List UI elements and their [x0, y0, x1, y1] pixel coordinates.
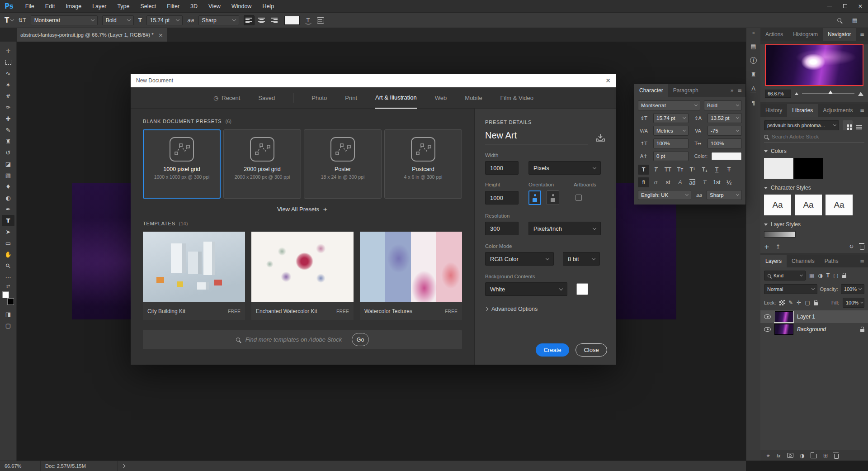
- anti-alias-select[interactable]: Sharp: [198, 15, 239, 25]
- type-color-swatch[interactable]: [711, 152, 742, 160]
- library-search[interactable]: Search Adobe Stock: [764, 134, 864, 143]
- zoom-slider-thumb[interactable]: [828, 90, 833, 94]
- char-size-select[interactable]: 15.74 pt: [653, 113, 689, 123]
- menu-window[interactable]: Window: [226, 3, 257, 10]
- character-style-sample[interactable]: Aa: [764, 195, 791, 215]
- screen-mode-button[interactable]: ▢: [2, 320, 14, 331]
- close-dialog-button[interactable]: Close: [576, 343, 607, 357]
- preset-card-postcard[interactable]: Postcard 4 x 6 in @ 300 ppi: [384, 129, 462, 199]
- language-select[interactable]: English: UK: [638, 190, 691, 200]
- height-input[interactable]: 1000: [485, 191, 519, 205]
- stylistic-alternates-button[interactable]: ad: [687, 177, 698, 187]
- grid-view-button[interactable]: [843, 120, 853, 130]
- new-adjustment-layer-icon[interactable]: ◑: [800, 452, 804, 459]
- resolution-unit-select[interactable]: Pixels/Inch: [528, 222, 601, 235]
- new-group-icon[interactable]: [811, 454, 817, 458]
- quick-selection-tool[interactable]: ✶: [2, 79, 14, 90]
- library-select[interactable]: psdvault-brush-photoma...: [764, 120, 839, 130]
- layer-filter-kind-select[interactable]: Kind: [764, 271, 806, 281]
- eyedropper-tool[interactable]: ✑: [2, 102, 14, 113]
- warp-text-icon[interactable]: T: [304, 17, 312, 24]
- type-tool[interactable]: T: [2, 215, 14, 226]
- lasso-tool[interactable]: ∿: [2, 68, 14, 79]
- path-selection-tool[interactable]: ➤: [2, 226, 14, 238]
- leading-select[interactable]: 13.52 pt: [708, 113, 742, 123]
- panel-menu-icon[interactable]: ≡: [860, 31, 864, 38]
- menu-type[interactable]: Type: [112, 3, 135, 10]
- clone-source-panel-icon[interactable]: ♜: [751, 71, 756, 78]
- filter-adjustment-layers-icon[interactable]: ◑: [818, 272, 822, 279]
- view-all-presets-button[interactable]: View All Presets +: [143, 206, 462, 213]
- contextual-alternates-button[interactable]: σ: [650, 177, 661, 187]
- bit-depth-select[interactable]: 8 bit: [563, 252, 600, 266]
- toggle-panels-icon[interactable]: [317, 17, 324, 24]
- tab-paths[interactable]: Paths: [820, 255, 844, 267]
- tracking-select[interactable]: -75: [708, 126, 742, 136]
- blend-mode-select[interactable]: Normal: [764, 284, 817, 294]
- color-mode-select[interactable]: RGB Color: [485, 252, 554, 266]
- menu-edit[interactable]: Edit: [40, 3, 61, 10]
- rectangle-tool[interactable]: ▭: [2, 238, 14, 249]
- filter-shape-layers-icon[interactable]: ▢: [833, 272, 838, 279]
- align-left-button[interactable]: [244, 15, 255, 25]
- layer-row-layer-1[interactable]: Layer 1: [760, 310, 868, 323]
- template-card-watercolor-textures[interactable]: Watercolor Textures FREE: [360, 232, 462, 320]
- align-center-button[interactable]: [256, 15, 267, 25]
- filter-pixel-layers-icon[interactable]: ▦: [809, 272, 814, 279]
- baseline-shift-input[interactable]: 0 pt: [653, 151, 689, 161]
- template-search-bar[interactable]: Find more templates on Adobe Stock Go: [143, 330, 462, 349]
- status-zoom-input[interactable]: 66.67%: [0, 461, 41, 471]
- character-panel-icon[interactable]: A: [750, 85, 756, 92]
- align-right-button[interactable]: [269, 15, 280, 25]
- rectangular-marquee-tool[interactable]: [2, 57, 14, 68]
- link-layers-icon[interactable]: ⚭: [766, 452, 770, 459]
- char-anti-alias-select[interactable]: S​harp: [707, 190, 742, 200]
- clone-stamp-tool[interactable]: ♜: [2, 136, 14, 147]
- text-orientation-icon[interactable]: ⇅T: [18, 17, 26, 24]
- menu-layer[interactable]: Layer: [87, 3, 112, 10]
- artboards-checkbox[interactable]: [576, 195, 582, 201]
- horizontal-scale-input[interactable]: 100%: [708, 138, 742, 148]
- menu-file[interactable]: File: [20, 3, 40, 10]
- tab-adjustments[interactable]: Adjustments: [818, 104, 858, 117]
- background-color-swatch[interactable]: [576, 283, 588, 295]
- dodge-tool[interactable]: ◐: [2, 192, 14, 204]
- lock-image-pixels-icon[interactable]: ✎: [788, 300, 793, 306]
- brush-tool[interactable]: ✎: [2, 124, 14, 136]
- status-options-chevron[interactable]: [118, 461, 129, 471]
- discretionary-ligatures-button[interactable]: st: [662, 177, 674, 187]
- sync-icon[interactable]: ↻: [849, 243, 854, 250]
- foreground-color-swatch[interactable]: [2, 291, 9, 298]
- collapse-dock-icon[interactable]: «: [752, 30, 755, 36]
- panel-menu-icon[interactable]: ≡: [860, 107, 864, 114]
- layer-row-background[interactable]: Background: [760, 323, 868, 336]
- share-library-icon[interactable]: ↥: [776, 243, 780, 250]
- restore-button[interactable]: [837, 0, 853, 12]
- tab-mobile[interactable]: Mobile: [465, 87, 482, 109]
- tab-histogram[interactable]: Histogram: [788, 28, 823, 41]
- opacity-select[interactable]: 100%: [841, 284, 864, 294]
- minimize-button[interactable]: [822, 0, 837, 12]
- character-styles-section-header[interactable]: Character Styles: [764, 185, 864, 191]
- font-style-select[interactable]: Bold: [102, 15, 134, 25]
- tab-recent[interactable]: ◷ Recent: [213, 87, 241, 109]
- fill-select[interactable]: 100%: [843, 298, 864, 308]
- tab-print[interactable]: Print: [345, 87, 357, 109]
- preset-card-poster[interactable]: Poster 18 x 24 in @ 300 ppi: [304, 129, 382, 199]
- move-tool[interactable]: ✛: [2, 45, 14, 57]
- underline-button[interactable]: T: [711, 165, 722, 175]
- tab-history[interactable]: History: [760, 104, 787, 117]
- background-color-swatch[interactable]: [7, 298, 14, 305]
- menu-3d[interactable]: 3D: [185, 3, 203, 10]
- tab-layers[interactable]: Layers: [760, 255, 787, 267]
- preset-card-1000-pixel-grid[interactable]: 1000 pixel grid 1000 x 1000 px @ 300 ppi: [143, 129, 221, 199]
- history-brush-tool[interactable]: ↺: [2, 147, 14, 158]
- width-input[interactable]: 1000: [485, 161, 519, 175]
- titling-alternates-button[interactable]: T: [699, 177, 710, 187]
- library-color-black[interactable]: [794, 158, 823, 179]
- lock-position-icon[interactable]: ✛: [797, 300, 801, 306]
- superscript-button[interactable]: T¹: [687, 165, 698, 175]
- lock-all-icon[interactable]: [814, 302, 818, 305]
- faux-bold-button[interactable]: T: [638, 165, 649, 175]
- all-caps-button[interactable]: TT: [662, 165, 674, 175]
